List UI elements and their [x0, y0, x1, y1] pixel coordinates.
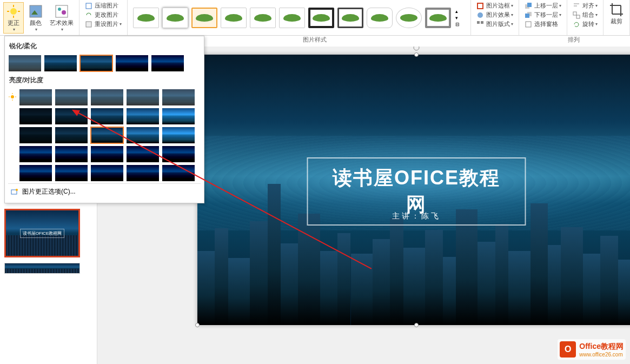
- svg-rect-23: [573, 12, 576, 15]
- chevron-down-icon: ▾: [511, 3, 513, 8]
- rotate-handle[interactable]: [413, 47, 420, 51]
- svg-rect-7: [56, 5, 68, 17]
- align-button[interactable]: 对齐▾: [571, 1, 600, 10]
- crop-button[interactable]: 裁剪: [607, 1, 626, 27]
- styles-group-label: 图片样式: [303, 36, 352, 47]
- style-shadow[interactable]: [221, 8, 247, 28]
- bc-option-r4c3[interactable]: [90, 145, 124, 163]
- style-round[interactable]: [367, 8, 393, 28]
- style-dark-frame[interactable]: [308, 8, 334, 28]
- compress-label: 压缩图片: [95, 2, 118, 10]
- group-label: 组合: [582, 11, 594, 19]
- slide-canvas[interactable]: 读书屋OFICE教程网 主讲：陈飞: [197, 55, 630, 325]
- layout-label: 图片版式: [486, 20, 510, 28]
- artistic-icon: [54, 4, 69, 19]
- svg-point-8: [58, 8, 61, 11]
- bc-option-r3c4[interactable]: [126, 127, 160, 144]
- style-oval[interactable]: [396, 8, 422, 28]
- backward-icon: [525, 11, 532, 19]
- chevron-down-icon: ▾: [35, 27, 37, 32]
- bc-option-r5c2[interactable]: [55, 164, 88, 182]
- pane-icon: [525, 21, 532, 28]
- watermark: O Office教程网 www.office26.com: [558, 339, 626, 360]
- bc-option-r3c5[interactable]: [162, 127, 195, 144]
- bc-option-r3c3[interactable]: [90, 127, 124, 144]
- background-image[interactable]: 读书屋OFICE教程网 主讲：陈飞: [197, 55, 630, 325]
- chevron-down-icon: ▾: [595, 22, 598, 27]
- bc-option-r4c5[interactable]: [162, 145, 195, 163]
- artistic-button[interactable]: 艺术效果 ▾: [48, 3, 76, 33]
- picture-corrections-options[interactable]: 图片更正选项(C)...: [8, 183, 201, 200]
- gallery-more[interactable]: ⊟: [455, 22, 460, 27]
- reset-button[interactable]: 重设图片▾: [83, 19, 124, 29]
- layout-icon: [476, 21, 484, 28]
- style-soft[interactable]: [279, 8, 305, 28]
- selection-pane-button[interactable]: 选择窗格: [522, 19, 560, 29]
- bc-option-r5c1[interactable]: [19, 164, 52, 182]
- send-backward-button[interactable]: 下移一层▾: [522, 10, 563, 19]
- bc-option-r3c2[interactable]: [55, 127, 88, 144]
- border-icon: [476, 2, 484, 10]
- color-button[interactable]: 颜色 ▾: [26, 3, 45, 33]
- sharpen-option-4[interactable]: [115, 55, 149, 72]
- style-blur[interactable]: [162, 8, 188, 28]
- bc-option-r2c3[interactable]: [90, 108, 124, 125]
- bc-option-r2c5[interactable]: [162, 108, 195, 125]
- bc-option-r4c4[interactable]: [126, 145, 160, 163]
- slide-thumbnail-1[interactable]: 读书屋OFICE教程网: [4, 209, 80, 257]
- slide-thumbnail-2[interactable]: [4, 263, 80, 274]
- layout-button[interactable]: 图片版式▾: [474, 19, 515, 29]
- svg-point-13: [478, 12, 483, 18]
- effects-button[interactable]: 图片效果▾: [474, 10, 515, 19]
- bc-option-r1c3[interactable]: [90, 89, 124, 106]
- group-icon: [573, 11, 580, 19]
- bc-option-r1c1[interactable]: [19, 89, 52, 106]
- corrections-label: 更正: [8, 19, 19, 27]
- rotate-button[interactable]: 旋转▾: [571, 19, 600, 29]
- sharpen-option-1[interactable]: [8, 55, 42, 72]
- gallery-down[interactable]: ▾: [455, 15, 460, 21]
- bc-option-r4c2[interactable]: [55, 145, 88, 163]
- bc-option-r1c2[interactable]: [55, 89, 88, 106]
- bc-option-r1c4[interactable]: [126, 89, 160, 106]
- bc-option-r4c1[interactable]: [19, 145, 52, 163]
- compress-button[interactable]: 压缩图片: [83, 1, 121, 10]
- picture-styles-gallery[interactable]: [131, 5, 453, 30]
- options-icon: [10, 188, 19, 196]
- sharpen-option-3[interactable]: [79, 55, 113, 72]
- gallery-up[interactable]: ▴: [455, 9, 460, 14]
- bc-option-r3c1[interactable]: [19, 127, 52, 144]
- style-border[interactable]: [337, 8, 363, 28]
- change-button[interactable]: 更改图片: [83, 10, 121, 19]
- svg-rect-10: [86, 3, 91, 9]
- chevron-down-icon: ▾: [559, 12, 561, 17]
- style-thick[interactable]: [425, 8, 451, 28]
- style-selected[interactable]: [191, 8, 217, 28]
- bc-option-r5c4[interactable]: [126, 164, 160, 182]
- style-reflect[interactable]: [250, 8, 276, 28]
- bc-option-r2c4[interactable]: [126, 108, 160, 125]
- sharpen-option-2[interactable]: [44, 55, 77, 72]
- brightness-contrast-header: 亮度/对比度: [8, 74, 201, 87]
- chevron-down-icon: ▾: [511, 12, 513, 17]
- border-button[interactable]: 图片边框▾: [474, 1, 515, 10]
- align-label: 对齐: [582, 2, 594, 10]
- group-button[interactable]: 组合▾: [571, 10, 600, 19]
- corrections-button[interactable]: 更正 ▾: [3, 2, 24, 34]
- ribbon-toolbar: 更正 ▾ 颜色 ▾ 艺术效果 ▾ 压缩图片 更改图片 重设图片▾: [0, 0, 630, 36]
- style-simple[interactable]: [133, 8, 159, 28]
- svg-rect-11: [86, 22, 91, 27]
- bring-forward-button[interactable]: 上移一层▾: [522, 1, 563, 10]
- sharpen-option-5[interactable]: [151, 55, 184, 72]
- rotate-icon: [573, 21, 580, 28]
- bc-option-r2c1[interactable]: [19, 108, 52, 125]
- bc-option-r5c3[interactable]: [90, 164, 124, 182]
- sharpen-soften-header: 锐化/柔化: [8, 39, 201, 53]
- bc-option-r1c5[interactable]: [162, 89, 195, 106]
- chevron-down-icon: ▾: [559, 3, 561, 8]
- watermark-icon: O: [560, 341, 576, 358]
- border-label: 图片边框: [486, 2, 510, 10]
- effects-icon: [476, 11, 484, 19]
- svg-point-32: [16, 189, 18, 191]
- bc-option-r5c5[interactable]: [162, 164, 195, 182]
